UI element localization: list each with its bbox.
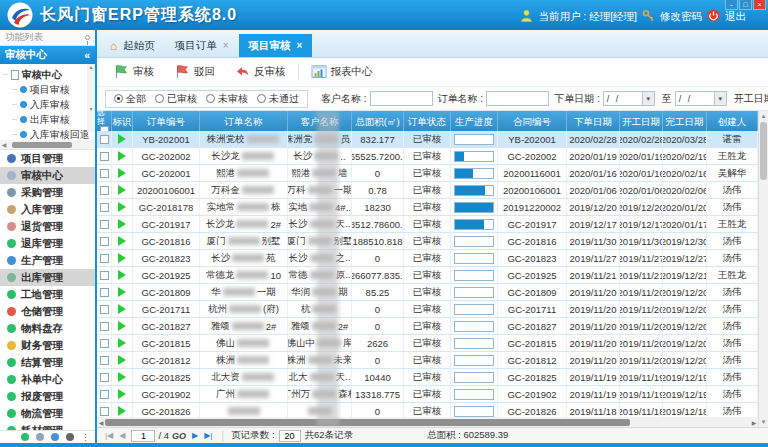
table-row[interactable]: GC-201823长沙苑长沙之..0已审核GC-2018232019/11/27… [97,250,758,267]
close-button[interactable]: × [753,0,766,10]
sidebar-item-审核中心[interactable]: 审核中心 [0,167,95,184]
report-center-button[interactable]: 报表中心 [301,58,383,86]
scroll-up-icon[interactable]: ▲ [759,111,768,121]
table-row[interactable]: 20200106001万科金万科一期0.78已审核202001060012020… [97,182,758,199]
column-header-9[interactable]: 下单日期 [567,111,620,131]
vertical-scroll-thumb[interactable] [760,122,767,180]
row-checkbox[interactable] [100,356,109,365]
row-checkbox[interactable] [100,407,109,416]
row-checkbox[interactable] [100,169,109,178]
tree-item-出库审核[interactable]: ┄出库审核 [3,112,95,127]
sidebar-item-报废管理[interactable]: 报废管理 [0,388,95,405]
column-header-11[interactable]: 完工日期 [663,111,707,131]
sidebar-item-物料盘存[interactable]: 物料盘存 [0,320,95,337]
table-row[interactable]: GC-201827雅颂2#雅颂2#0已审核GC-2018272019/11/20… [97,318,758,335]
table-row[interactable]: GC-201917长沙龙2#长沙天..8512.78600..已审核GC-201… [97,216,758,233]
order-date-to-input[interactable]: / /▼ [675,91,727,106]
scroll-down-icon[interactable]: ▼ [759,417,768,427]
row-checkbox[interactable] [100,203,109,212]
radio-option-全部[interactable]: 全部 [114,92,146,106]
pin-icon[interactable] [85,35,90,40]
radio-icon[interactable] [114,94,123,103]
more-icon[interactable]: ⋮ [81,433,90,441]
tab-close-icon[interactable]: × [223,40,229,51]
page-size-input[interactable] [279,430,301,442]
sidebar-item-仓储管理[interactable]: 仓储管理 [0,303,95,320]
table-row[interactable]: GC-2018178实地常栋实地4#..18230已审核201912200022… [97,199,758,216]
row-checkbox[interactable] [100,135,109,144]
logout-link[interactable]: 退出 [725,10,746,24]
column-header-5[interactable]: 总面积(㎡) [352,111,404,131]
column-header-1[interactable]: 标识 [112,111,133,131]
tree-item-入库审核[interactable]: ┄入库审核 [3,97,95,112]
green-dot-icon[interactable] [21,433,29,441]
dropdown-icon[interactable]: ▼ [714,92,726,105]
row-checkbox[interactable] [100,288,109,297]
column-header-8[interactable]: 合同编号 [498,111,567,131]
table-row[interactable]: GC-201809华一期华润期85.25已审核GC-2018092019/11/… [97,284,758,301]
column-header-12[interactable]: 创建人 [707,111,758,131]
table-row[interactable]: GC-201812株洲株洲未来0已审核GC-2018122019/11/2020… [97,352,758,369]
radio-icon[interactable] [206,94,215,103]
radio-icon[interactable] [155,94,164,103]
radio-option-已审核[interactable]: 已审核 [155,92,197,106]
change-password-link[interactable]: 修改密码 [660,10,702,24]
sidebar-item-结算管理[interactable]: 结算管理 [0,354,95,371]
table-row[interactable]: GC-202002长沙龙长沙..65525.7200..已审核GC-202002… [97,148,758,165]
row-checkbox[interactable] [100,390,109,399]
table-row[interactable]: GC-2018260已审核GC-2018262019/11/182019/11/… [97,403,758,417]
order-name-input[interactable] [486,91,549,106]
reject-button[interactable]: 驳回 [164,58,225,86]
maximize-button[interactable]: □ [739,0,752,10]
audit-button[interactable]: 审核 [103,58,164,86]
customer-name-input[interactable] [370,91,433,106]
column-header-7[interactable]: 生产进度 [451,111,498,131]
sidebar-item-生产管理[interactable]: 生产管理 [0,252,95,269]
minimize-button[interactable]: - [725,0,738,10]
book-icon[interactable] [66,433,74,441]
vertical-scrollbar[interactable]: ▲ ▼ [758,111,768,427]
sidebar-group-header[interactable]: 审核中心 « [0,46,95,64]
row-checkbox[interactable] [100,237,109,246]
tab-project-orders[interactable]: 项目订单× [165,34,239,57]
row-checkbox[interactable] [100,339,109,348]
cart-icon[interactable] [36,433,44,441]
scroll-right-icon[interactable]: ▶ [750,419,758,426]
sidebar-item-退货管理[interactable]: 退货管理 [0,218,95,235]
scroll-left-icon[interactable]: ◀ [97,419,105,426]
page-number-input[interactable] [131,430,155,442]
sidebar-item-采购管理[interactable]: 采购管理 [0,184,95,201]
sidebar-item-退库管理[interactable]: 退库管理 [0,235,95,252]
table-row[interactable]: GC-202001熙港熙港墙0已审核202001160012020/01/162… [97,165,758,182]
first-page-button[interactable]: |◀ [105,431,113,440]
row-checkbox[interactable] [100,305,109,314]
row-checkbox[interactable] [100,271,109,280]
horizontal-scroll-thumb[interactable] [105,419,630,426]
radio-option-未审核[interactable]: 未审核 [206,92,248,106]
tab-home[interactable]: ⌂起始页 [100,34,165,57]
row-checkbox[interactable] [100,186,109,195]
unaudit-button[interactable]: 反审核 [225,58,296,86]
column-header-10[interactable]: 开工日期 [620,111,663,131]
row-checkbox[interactable] [100,220,109,229]
sidebar-item-入库管理[interactable]: 入库管理 [0,201,95,218]
row-checkbox[interactable] [100,322,109,331]
order-date-input[interactable]: / /▼ [603,91,655,106]
row-checkbox[interactable] [100,254,109,263]
pen-icon[interactable] [51,433,59,441]
table-row[interactable]: GC-201816厦门别墅厦门别墅188510.818已审核GC-2018162… [97,233,758,250]
dropdown-icon[interactable]: ▼ [642,92,654,105]
next-page-button[interactable]: ▶ [192,431,198,440]
collapse-icon[interactable]: « [84,49,90,61]
column-header-3[interactable]: 订单名称 [200,111,288,131]
radio-icon[interactable] [257,94,266,103]
sidebar-item-出库管理[interactable]: 出库管理 [0,269,95,286]
prev-page-button[interactable]: ◀ [119,431,125,440]
sidebar-item-财务管理[interactable]: 财务管理 [0,337,95,354]
tab-close-icon[interactable]: × [297,40,303,51]
sidebar-item-耗材管理[interactable]: 耗材管理 [0,422,95,430]
sidebar-item-项目管理[interactable]: 项目管理 [0,150,95,167]
sidebar-item-物流管理[interactable]: 物流管理 [0,405,95,422]
column-header-2[interactable]: 订单编号 [133,111,200,131]
table-row[interactable]: YB-202001株洲党校株洲党员..832.177已审核YB-20200120… [97,131,758,148]
